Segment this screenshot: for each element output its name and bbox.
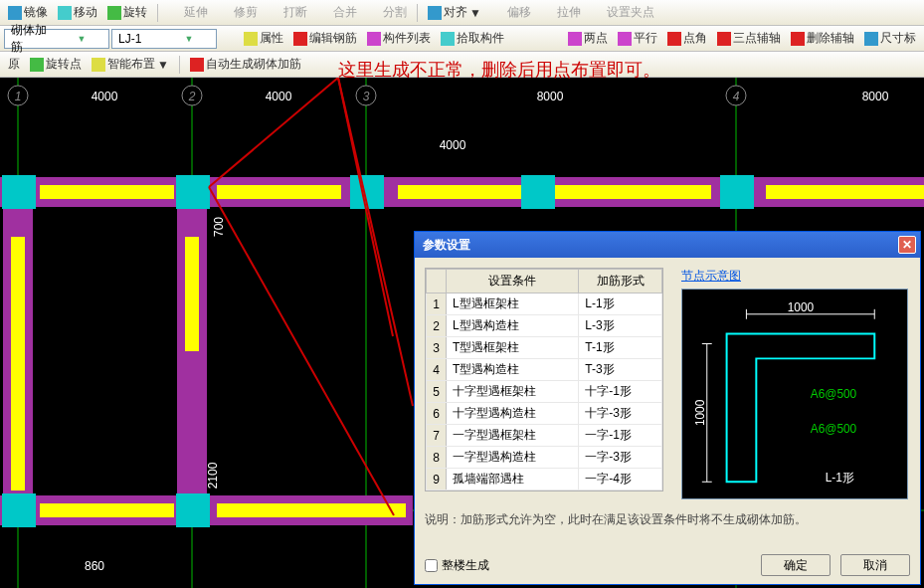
svg-rect-24 [11, 237, 25, 490]
member-list-button[interactable]: 构件列表 [363, 28, 435, 49]
split-button: 分割 [363, 2, 411, 23]
auto-icon [190, 58, 204, 72]
dim-label-button[interactable]: 尺寸标 [860, 28, 920, 49]
dim-icon [864, 32, 878, 46]
smart-place-button[interactable]: 智能布置 ▼ [88, 54, 173, 75]
checkbox-input[interactable] [425, 559, 438, 572]
table-row[interactable]: 9孤墙端部遇柱一字-4形 [427, 469, 662, 490]
align-icon [428, 6, 442, 20]
preview-label: 节点示意图 [681, 269, 741, 283]
parallel-button[interactable]: 平行 [614, 28, 661, 49]
join-icon [317, 6, 331, 20]
pick-member-button[interactable]: 拾取构件 [437, 28, 508, 49]
svg-text:1000: 1000 [788, 300, 815, 314]
chevron-down-icon: ▼ [57, 34, 106, 44]
stretch-icon [541, 6, 555, 20]
trim-button: 修剪 [214, 2, 262, 23]
table-row[interactable]: 5十字型遇框架柱十字-1形 [427, 381, 662, 403]
dialog-title: 参数设置 [423, 237, 470, 254]
svg-rect-33 [521, 175, 555, 209]
origin-button[interactable]: 原 [4, 54, 24, 75]
toolbar-edit: 镜像 移动 旋转 延伸 修剪 打断 合并 分割 对齐 ▼ 偏移 拉伸 设置夹点 [0, 0, 924, 26]
twopoint-icon [568, 32, 582, 46]
svg-rect-31 [176, 175, 210, 209]
member-dropdown[interactable]: LJ-1▼ [111, 29, 217, 49]
three-pt-aux-button[interactable]: 三点辅轴 [713, 28, 785, 49]
category-dropdown[interactable]: 砌体加筋▼ [4, 29, 109, 49]
svg-rect-19 [40, 185, 174, 199]
offset-button: 偏移 [487, 2, 535, 23]
table-row[interactable]: 2L型遇构造柱L-3形 [427, 315, 662, 337]
table-row[interactable]: 7一字型遇框架柱一字-1形 [427, 425, 662, 447]
break-button: 打断 [264, 2, 311, 23]
whole-floor-checkbox[interactable]: 整楼生成 [425, 557, 489, 574]
dialog-titlebar[interactable]: 参数设置 ✕ [415, 232, 920, 258]
pick-icon [441, 32, 455, 46]
mirror-button[interactable]: 镜像 [4, 2, 52, 23]
rebar-icon [293, 32, 307, 46]
axis-label-4: 4 [733, 90, 740, 103]
svg-text:2100: 2100 [206, 462, 220, 489]
attrib-icon [244, 32, 258, 46]
move-button[interactable]: 移动 [54, 2, 101, 23]
trim-icon [218, 6, 232, 20]
table-row[interactable]: 1L型遇框架柱L-1形 [427, 294, 662, 315]
parameter-table[interactable]: 设置条件加筋形式 1L型遇框架柱L-1形2L型遇构造柱L-3形3T型遇框架柱T-… [425, 268, 663, 491]
svg-text:860: 860 [85, 559, 104, 573]
svg-text:8000: 8000 [862, 90, 889, 103]
mirror-icon [8, 6, 22, 20]
parameter-dialog: 参数设置 ✕ 设置条件加筋形式 1L型遇框架柱L-1形2L型遇构造柱L-3形3T… [414, 231, 921, 585]
extend-button: 延伸 [164, 2, 212, 23]
svg-rect-30 [2, 175, 36, 209]
table-row[interactable]: 8一字型遇构造柱一字-3形 [427, 447, 662, 469]
ok-button[interactable]: 确定 [761, 554, 831, 576]
table-row[interactable]: 4T型遇构造柱T-3形 [427, 359, 662, 381]
parallel-icon [618, 32, 632, 46]
svg-text:A6@500: A6@500 [811, 422, 857, 436]
toolbar-member: 砌体加筋▼ LJ-1▼ 属性 编辑钢筋 构件列表 拾取构件 两点 平行 点角 三… [0, 26, 924, 52]
move-icon [58, 6, 72, 20]
two-point-button[interactable]: 两点 [564, 28, 612, 49]
svg-rect-35 [2, 493, 36, 527]
delaux-icon [791, 32, 805, 46]
annotation-text: 这里生成不正常，删除后用点布置即可。 [338, 58, 660, 82]
close-button[interactable]: ✕ [898, 236, 916, 254]
edit-rebar-button[interactable]: 编辑钢筋 [289, 28, 361, 49]
extend-icon [168, 6, 182, 20]
svg-text:4000: 4000 [440, 138, 466, 152]
break-icon [268, 6, 281, 20]
preview-canvas: 1000 1000 A6@500 A6@500 L-1形 [681, 289, 908, 499]
table-row[interactable]: 3T型遇框架柱T-1形 [427, 337, 662, 359]
smart-icon [92, 58, 105, 72]
point-angle-button[interactable]: 点角 [663, 28, 711, 49]
rot-point-button[interactable]: 旋转点 [26, 54, 86, 75]
axis-label-2: 2 [188, 90, 196, 103]
angle-icon [667, 32, 681, 46]
auto-gen-button[interactable]: 自动生成砌体加筋 [186, 54, 305, 75]
list-icon [367, 32, 381, 46]
svg-rect-28 [40, 503, 174, 517]
align-button[interactable]: 对齐 ▼ [424, 2, 485, 23]
svg-rect-34 [720, 175, 754, 209]
table-row[interactable]: 6十字型遇构造柱十字-3形 [427, 403, 662, 425]
svg-line-39 [338, 78, 413, 406]
svg-text:1000: 1000 [693, 399, 707, 426]
attrib-button[interactable]: 属性 [240, 28, 287, 49]
del-aux-button[interactable]: 删除辅轴 [787, 28, 858, 49]
svg-rect-20 [217, 185, 341, 199]
svg-rect-26 [185, 237, 199, 351]
col-type: 加筋形式 [579, 270, 662, 294]
rotate-icon [107, 6, 121, 20]
threept-icon [717, 32, 731, 46]
axis-label-1: 1 [15, 90, 22, 103]
svg-rect-22 [766, 185, 924, 199]
svg-text:4000: 4000 [266, 90, 292, 103]
offset-icon [491, 6, 505, 20]
cancel-button[interactable]: 取消 [840, 554, 910, 576]
grip-icon [591, 6, 605, 20]
rotate-button[interactable]: 旋转 [103, 2, 151, 23]
chevron-down-icon: ▼ [164, 34, 214, 44]
axis-label-3: 3 [363, 90, 370, 103]
svg-rect-36 [176, 493, 210, 527]
svg-text:L-1形: L-1形 [826, 471, 854, 485]
